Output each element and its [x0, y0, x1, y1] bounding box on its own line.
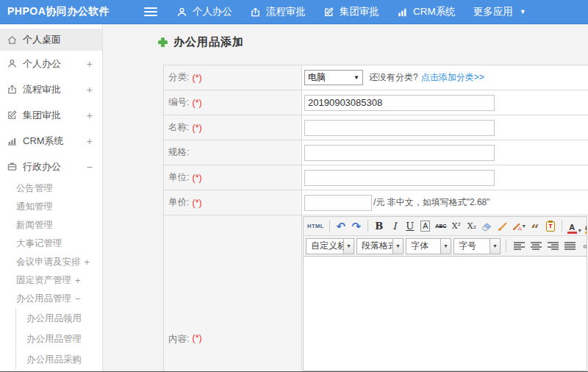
category-select[interactable]: 电脑 ▼: [304, 70, 363, 85]
field-label: 单价:: [168, 196, 189, 209]
sidebar-item-crm[interactable]: CRM系统 +: [0, 128, 102, 154]
font-size-select[interactable]: 字号 ▼: [453, 238, 501, 254]
insert-link-button[interactable]: ∞: [579, 238, 587, 254]
phpoa-app: PHPOA协同办公软件 个人办公 流程审批 集团审批: [0, 0, 588, 372]
sidebar-item-group-approval[interactable]: 集团审批 +: [0, 102, 102, 128]
nav-more-apps[interactable]: 更多应用 ▼: [473, 5, 526, 18]
subscript-button[interactable]: X₂: [465, 218, 479, 234]
eraser-button[interactable]: [480, 218, 495, 234]
sidebar-item-personal-office[interactable]: 个人办公 +: [0, 51, 102, 76]
strikethrough-button[interactable]: ABC: [434, 218, 448, 234]
caret-down-icon: ▼: [440, 239, 451, 254]
upload-box-icon: [7, 84, 18, 95]
editor-toolbar-row1: HTML ↶ ↷ B I U A ABC X² X₂: [304, 217, 587, 236]
required-marker: (*): [192, 123, 201, 133]
paragraph-format-select[interactable]: 段落格式 ▼: [356, 238, 404, 254]
align-right-button[interactable]: [545, 238, 560, 254]
align-right-icon: [548, 242, 559, 250]
sidebar-subitem-office-supplies[interactable]: 办公用品管理−: [0, 290, 102, 308]
nav-crm-system[interactable]: CRM系统: [397, 5, 456, 18]
superscript-button[interactable]: X²: [449, 218, 464, 234]
font-border-button[interactable]: A: [418, 218, 433, 234]
sidebar-subitem-announcements[interactable]: 公告管理: [0, 179, 102, 198]
nav-process-approval[interactable]: 流程审批: [250, 5, 306, 18]
office-supply-form: 分类: (*) 电脑 ▼ 还没有分类? 点击添加分类>> 编号: (*): [163, 65, 588, 372]
rich-text-editor: HTML ↶ ↷ B I U A ABC X² X₂: [303, 216, 587, 371]
sidebar-subitem-supplies-manage[interactable]: 办公用品管理: [16, 329, 102, 349]
expand-plus-icon[interactable]: +: [85, 257, 90, 268]
expand-plus-icon[interactable]: +: [87, 58, 93, 70]
field-label: 单位:: [168, 171, 189, 184]
caret-down-icon: ▾: [523, 223, 526, 229]
sidebar-subitem-supplies-purchase[interactable]: 办公用品采购: [16, 349, 102, 370]
page-title: 办公用品添加: [158, 35, 244, 49]
add-category-link[interactable]: 点击添加分类>>: [421, 71, 484, 84]
app-logo: PHPOA协同办公软件: [0, 5, 118, 18]
expand-plus-icon[interactable]: +: [87, 135, 93, 147]
font-color-button[interactable]: A ▾: [566, 218, 583, 234]
collapse-minus-icon[interactable]: −: [75, 293, 81, 304]
align-center-icon: [531, 242, 542, 250]
redo-button[interactable]: ↷: [349, 218, 364, 234]
sidebar-subitem-fixed-assets[interactable]: 固定资产管理+: [0, 271, 102, 290]
field-label: 规格:: [168, 146, 189, 159]
code-input[interactable]: [304, 95, 495, 111]
underline-button[interactable]: U: [403, 218, 417, 234]
price-format-hint: /元 非中文，如填写格式"2.68": [373, 196, 490, 209]
collapse-minus-icon[interactable]: −: [87, 161, 93, 173]
sidebar-subitem-meetings[interactable]: 会议申请及安排+: [0, 253, 102, 271]
italic-button[interactable]: I: [387, 218, 402, 234]
clean-format-button[interactable]: [495, 218, 510, 234]
form-row-price: 单价: (*) /元 非中文，如填写格式"2.68": [164, 190, 588, 215]
font-family-select[interactable]: 字体 ▼: [406, 238, 451, 254]
sidebar-item-desktop[interactable]: 个人桌面: [0, 29, 102, 51]
required-marker: (*): [192, 73, 201, 83]
expand-plus-icon[interactable]: +: [87, 84, 93, 96]
nav-label: 个人办公: [193, 5, 232, 18]
person-icon: [176, 7, 187, 18]
nav-label: 流程审批: [266, 5, 306, 18]
required-marker: (*): [192, 333, 201, 343]
caret-down-icon: ▼: [354, 74, 359, 81]
paste-button[interactable]: T: [543, 218, 558, 234]
nav-label: 更多应用: [473, 5, 513, 18]
sidebar-subitem-events[interactable]: 大事记管理: [0, 235, 102, 253]
html-source-button[interactable]: HTML: [306, 218, 326, 234]
field-label: 名称:: [168, 121, 189, 134]
expand-plus-icon[interactable]: +: [87, 110, 93, 121]
caret-down-icon: ▼: [343, 239, 354, 254]
nav-group-approval[interactable]: 集团审批: [323, 5, 379, 18]
name-input[interactable]: [304, 120, 495, 136]
align-left-button[interactable]: [512, 238, 526, 254]
highlight-color-button[interactable]: ab ▾: [584, 218, 587, 234]
required-marker: (*): [192, 198, 201, 208]
required-marker: (*): [192, 98, 201, 108]
blockquote-button[interactable]: “: [528, 218, 542, 234]
form-row-spec: 规格:: [164, 140, 588, 165]
undo-button[interactable]: ↶: [334, 218, 348, 234]
price-input[interactable]: [304, 195, 372, 211]
sidebar-subitem-news[interactable]: 新闻管理: [0, 216, 102, 235]
form-row-category: 分类: (*) 电脑 ▼ 还没有分类? 点击添加分类>>: [164, 65, 588, 90]
custom-title-select[interactable]: 自定义标题 ▼: [306, 238, 354, 254]
menu-toggle-icon[interactable]: [144, 7, 157, 16]
sidebar-item-process-approval[interactable]: 流程审批 +: [0, 76, 102, 102]
align-center-button[interactable]: [528, 238, 543, 254]
sidebar-subitem-supplies-claim[interactable]: 办公用品领用: [16, 308, 102, 329]
format-painter-button[interactable]: ▾: [511, 218, 527, 234]
unit-input[interactable]: [304, 170, 495, 186]
expand-plus-icon[interactable]: +: [75, 275, 81, 286]
editor-content-area[interactable]: [304, 257, 587, 371]
nav-label: CRM系统: [413, 5, 456, 18]
sidebar-subitem-notices[interactable]: 通知管理: [0, 198, 102, 216]
topbar: PHPOA协同办公软件 个人办公 流程审批 集团审批: [0, 0, 588, 24]
spec-input[interactable]: [304, 145, 495, 161]
bold-button[interactable]: B: [372, 218, 387, 234]
paste-icon: T: [546, 221, 555, 232]
link-icon: ∞: [583, 240, 587, 251]
nav-personal-office[interactable]: 个人办公: [176, 5, 232, 18]
sidebar-item-admin-office[interactable]: 行政办公 −: [0, 154, 102, 179]
align-justify-button[interactable]: [562, 238, 577, 254]
edit-icon: [323, 7, 334, 18]
field-label: 分类:: [168, 71, 189, 84]
